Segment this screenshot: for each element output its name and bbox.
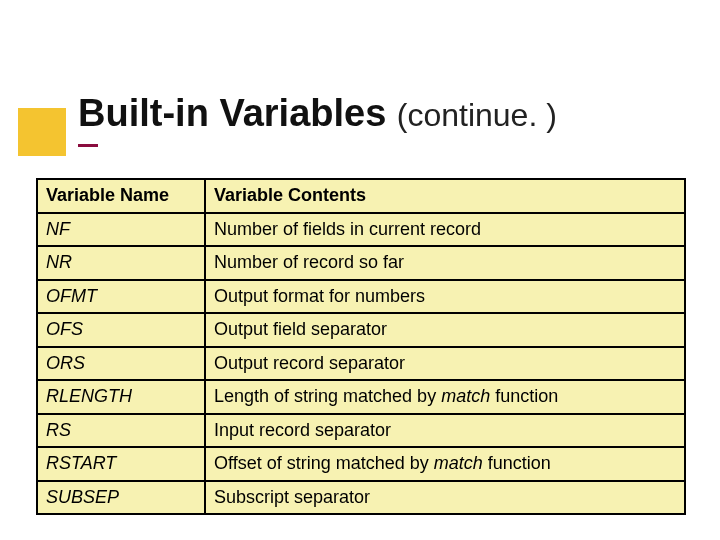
desc-text: Length of string matched by xyxy=(214,386,441,406)
table-row: RS Input record separator xyxy=(37,414,685,448)
desc-text-post: function xyxy=(483,453,551,473)
desc-text-post: function xyxy=(490,386,558,406)
table-row: RLENGTH Length of string matched by matc… xyxy=(37,380,685,414)
var-name: OFS xyxy=(37,313,205,347)
header-variable-contents: Variable Contents xyxy=(205,179,685,213)
title-continue: (continue. ) xyxy=(397,97,557,133)
var-desc: Number of fields in current record xyxy=(205,213,685,247)
slide: Built-in Variables (continue. ) Variable… xyxy=(0,0,720,540)
desc-keyword: match xyxy=(434,453,483,473)
var-name: NR xyxy=(37,246,205,280)
var-desc: Offset of string matched by match functi… xyxy=(205,447,685,481)
var-name: OFMT xyxy=(37,280,205,314)
desc-text: Output field separator xyxy=(214,319,387,339)
desc-text: Offset of string matched by xyxy=(214,453,434,473)
variables-table: Variable Name Variable Contents NF Numbe… xyxy=(36,178,686,515)
var-name: RLENGTH xyxy=(37,380,205,414)
table-row: RSTART Offset of string matched by match… xyxy=(37,447,685,481)
var-desc: Input record separator xyxy=(205,414,685,448)
var-desc: Length of string matched by match functi… xyxy=(205,380,685,414)
table-header-row: Variable Name Variable Contents xyxy=(37,179,685,213)
table-row: ORS Output record separator xyxy=(37,347,685,381)
var-desc: Output field separator xyxy=(205,313,685,347)
slide-title: Built-in Variables (continue. ) xyxy=(78,92,557,135)
title-main: Built-in Variables xyxy=(78,92,386,134)
var-name: NF xyxy=(37,213,205,247)
table-row: NF Number of fields in current record xyxy=(37,213,685,247)
var-desc: Subscript separator xyxy=(205,481,685,515)
var-name: SUBSEP xyxy=(37,481,205,515)
header-variable-name: Variable Name xyxy=(37,179,205,213)
desc-text: Number of record so far xyxy=(214,252,404,272)
desc-text: Number of fields in current record xyxy=(214,219,481,239)
table-row: SUBSEP Subscript separator xyxy=(37,481,685,515)
desc-text: Output record separator xyxy=(214,353,405,373)
desc-text: Input record separator xyxy=(214,420,391,440)
title-underline xyxy=(78,144,98,147)
var-desc: Output record separator xyxy=(205,347,685,381)
accent-square xyxy=(18,108,66,156)
var-name: RS xyxy=(37,414,205,448)
desc-text: Output format for numbers xyxy=(214,286,425,306)
desc-text: Subscript separator xyxy=(214,487,370,507)
var-name: ORS xyxy=(37,347,205,381)
table-row: NR Number of record so far xyxy=(37,246,685,280)
var-desc: Number of record so far xyxy=(205,246,685,280)
desc-keyword: match xyxy=(441,386,490,406)
var-name: RSTART xyxy=(37,447,205,481)
table-row: OFS Output field separator xyxy=(37,313,685,347)
var-desc: Output format for numbers xyxy=(205,280,685,314)
table-row: OFMT Output format for numbers xyxy=(37,280,685,314)
